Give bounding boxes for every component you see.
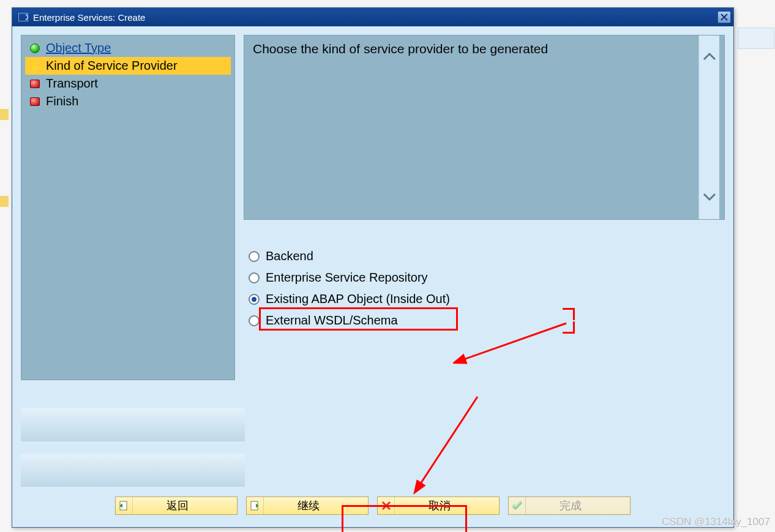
wizard-step-finish[interactable]: Finish <box>25 92 231 110</box>
background-decoration <box>21 408 245 441</box>
continue-icon <box>247 497 264 514</box>
button-label: 继续 <box>264 498 368 513</box>
option-label: Existing ABAP Object (Inside Out) <box>266 292 450 306</box>
instruction-scrollbar <box>698 36 719 219</box>
scroll-up-button[interactable] <box>703 50 716 65</box>
step-label: Finish <box>46 94 78 108</box>
option-esr[interactable]: Enterprise Service Repository <box>246 267 725 288</box>
background-decoration <box>0 196 9 207</box>
step-label: Kind of Service Provider <box>46 59 178 73</box>
window-icon <box>17 11 29 23</box>
radio-input[interactable] <box>249 315 260 326</box>
button-label: 取消 <box>395 498 499 513</box>
button-label: 返回 <box>133 498 237 513</box>
wizard-step-object-type[interactable]: Object Type <box>25 39 231 57</box>
instruction-pane: Choose the kind of service provider to b… <box>244 35 725 220</box>
cancel-button[interactable]: 取消 <box>377 496 500 515</box>
annotation-arrow <box>404 394 490 498</box>
window-title: Enterprise Services: Create <box>33 12 145 23</box>
radio-input[interactable] <box>249 294 260 305</box>
dialog-body: Object Type Kind of Service Provider Tra… <box>12 26 733 527</box>
instruction-text: Choose the kind of service provider to b… <box>253 42 548 56</box>
scroll-down-button[interactable] <box>703 190 716 204</box>
background-decoration <box>21 454 245 487</box>
wizard-step-kind[interactable]: Kind of Service Provider <box>25 57 231 75</box>
titlebar: Enterprise Services: Create <box>12 8 733 26</box>
step-label: Transport <box>46 77 98 91</box>
cancel-icon <box>378 497 395 514</box>
annotation-arrow <box>453 317 575 378</box>
wizard-dialog: Enterprise Services: Create Object Type … <box>12 7 734 528</box>
wizard-buttons: 返回 继续 取消 完成 <box>21 494 725 522</box>
continue-button[interactable]: 继续 <box>246 496 369 515</box>
status-done-icon <box>30 43 40 53</box>
svg-line-4 <box>419 397 477 485</box>
chevron-up-icon <box>703 52 716 62</box>
chevron-down-icon <box>703 192 716 201</box>
close-button[interactable] <box>717 11 731 23</box>
svg-line-3 <box>462 323 566 360</box>
wizard-steps-pane: Object Type Kind of Service Provider Tra… <box>21 35 235 380</box>
svg-rect-0 <box>18 13 28 21</box>
status-current-icon <box>30 61 40 70</box>
option-existing-abap[interactable]: Existing ABAP Object (Inside Out) <box>246 288 725 310</box>
option-label: External WSDL/Schema <box>266 313 398 328</box>
status-pending-icon <box>30 97 40 106</box>
status-pending-icon <box>30 80 40 88</box>
step-label: Object Type <box>46 41 111 55</box>
radio-input[interactable] <box>249 272 260 283</box>
close-icon <box>721 13 728 21</box>
radio-input[interactable] <box>249 251 260 262</box>
option-backend[interactable]: Backend <box>246 245 725 267</box>
back-button[interactable]: 返回 <box>115 496 238 515</box>
back-icon <box>116 497 133 514</box>
option-label: Backend <box>266 249 313 263</box>
wizard-step-transport[interactable]: Transport <box>25 75 231 92</box>
finish-button: 完成 <box>508 496 631 515</box>
option-label: Enterprise Service Repository <box>266 271 428 285</box>
button-label: 完成 <box>526 498 630 513</box>
finish-icon <box>509 497 526 514</box>
background-decoration <box>0 109 9 120</box>
background-decoration <box>738 28 774 49</box>
